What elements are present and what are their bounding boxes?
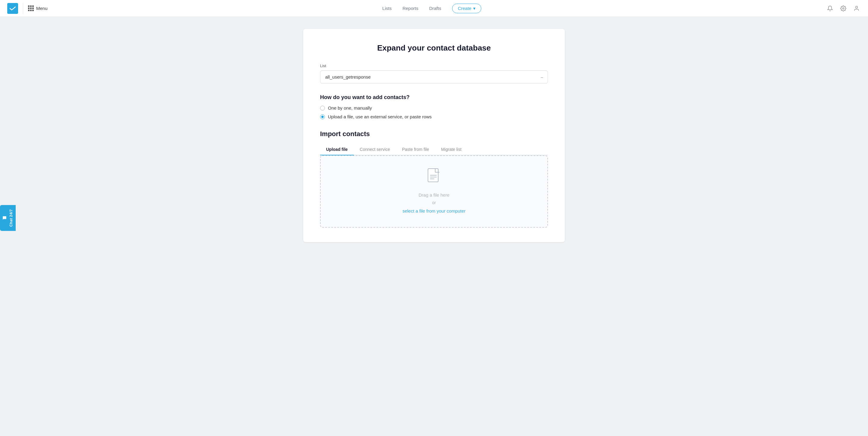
nav-lists[interactable]: Lists xyxy=(382,6,392,11)
radio-dot xyxy=(321,115,324,118)
create-label: Create xyxy=(458,6,471,11)
list-select[interactable]: all_users_getresponse xyxy=(320,70,548,83)
content-area: Expand your contact database List all_us… xyxy=(299,17,569,260)
tab-paste-from-file[interactable]: Paste from file xyxy=(396,144,435,155)
main-content: Expand your contact database List all_us… xyxy=(0,0,868,436)
dropzone-main-text: Drag a file here or select a file from y… xyxy=(402,191,465,215)
card-title: Expand your contact database xyxy=(320,43,548,53)
header: Menu Lists Reports Drafts Create ▾ xyxy=(0,0,868,17)
add-contacts-question: How do you want to add contacts? xyxy=(320,94,548,101)
svg-point-1 xyxy=(856,6,858,8)
nav-reports[interactable]: Reports xyxy=(402,6,418,11)
card: Expand your contact database List all_us… xyxy=(303,29,565,242)
import-title: Import contacts xyxy=(320,130,548,138)
radio-manual-input[interactable] xyxy=(320,106,325,110)
tab-connect-service[interactable]: Connect service xyxy=(354,144,396,155)
logo[interactable] xyxy=(7,3,18,14)
radio-upload-input[interactable] xyxy=(320,114,325,119)
settings-button[interactable] xyxy=(839,4,847,13)
import-tabs: Upload file Connect service Paste from f… xyxy=(320,144,548,155)
create-button[interactable]: Create ▾ xyxy=(452,4,481,13)
notifications-button[interactable] xyxy=(826,4,834,13)
select-file-link[interactable]: select a file from your computer xyxy=(402,207,465,215)
radio-manual-label: One by one, manually xyxy=(328,105,372,110)
grid-icon xyxy=(28,5,34,11)
radio-manual[interactable]: One by one, manually xyxy=(320,105,548,110)
create-arrow: ▾ xyxy=(473,6,475,11)
file-icon xyxy=(427,168,441,186)
menu-label: Menu xyxy=(36,6,48,11)
list-label: List xyxy=(320,64,548,68)
tab-upload-file[interactable]: Upload file xyxy=(320,144,354,155)
nav-drafts[interactable]: Drafts xyxy=(429,6,441,11)
radio-upload[interactable]: Upload a file, use an external service, … xyxy=(320,114,548,119)
header-icons xyxy=(826,4,861,13)
svg-point-0 xyxy=(842,7,844,9)
menu-button[interactable]: Menu xyxy=(28,5,48,11)
main-nav: Lists Reports Drafts Create ▾ xyxy=(382,4,481,13)
chat-widget-label: Chat 24/7 xyxy=(9,209,13,227)
profile-button[interactable] xyxy=(852,4,861,13)
chat-widget[interactable]: Chat 24/7 xyxy=(0,205,16,231)
header-divider xyxy=(23,3,23,14)
radio-upload-label: Upload a file, use an external service, … xyxy=(328,114,432,119)
radio-group: One by one, manually Upload a file, use … xyxy=(320,105,548,119)
tab-migrate-list[interactable]: Migrate list xyxy=(435,144,467,155)
list-select-wrapper: all_users_getresponse – xyxy=(320,70,548,83)
dropzone[interactable]: Drag a file here or select a file from y… xyxy=(320,155,548,228)
